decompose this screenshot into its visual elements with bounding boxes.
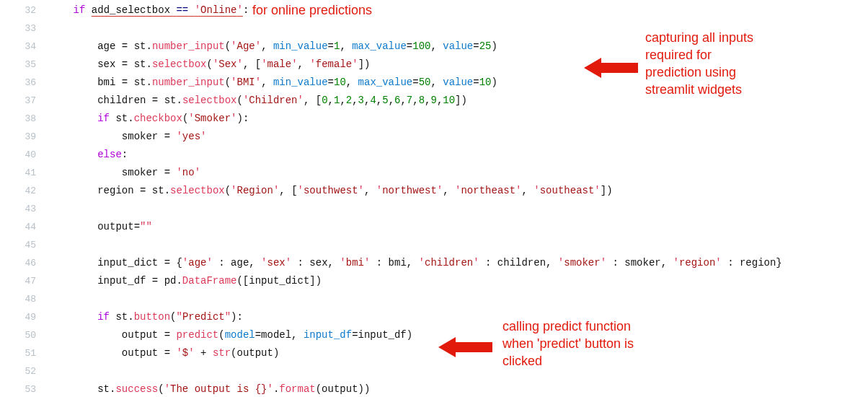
line-number: 40 bbox=[0, 146, 36, 164]
svg-marker-1 bbox=[438, 337, 492, 357]
line-number: 48 bbox=[0, 290, 36, 308]
line-number: 47 bbox=[0, 272, 36, 290]
annotation-predict: calling predict function when 'predict' … bbox=[502, 318, 634, 370]
line-number: 33 bbox=[0, 19, 36, 38]
line-number: 51 bbox=[0, 344, 36, 362]
code-line: input_df = pd.DataFrame([input_dict]) bbox=[49, 272, 868, 290]
svg-marker-0 bbox=[584, 58, 638, 78]
line-number: 46 bbox=[0, 254, 36, 272]
annotation-online: for online predictions bbox=[252, 1, 372, 19]
line-number: 35 bbox=[0, 56, 36, 74]
code-line: input_dict = {'age' : age, 'sex' : sex, … bbox=[49, 254, 868, 272]
line-number: 36 bbox=[0, 74, 36, 92]
code-line bbox=[49, 290, 868, 308]
line-number: 39 bbox=[0, 128, 36, 146]
code-line: smoker = 'yes' bbox=[49, 128, 868, 146]
code-line: smoker = 'no' bbox=[49, 164, 868, 182]
line-number: 38 bbox=[0, 110, 36, 128]
code-line: if st.checkbox('Smoker'): bbox=[49, 110, 868, 128]
line-number: 32 bbox=[0, 1, 36, 19]
code-line bbox=[49, 362, 868, 380]
code-line: if add_selectbox == 'Online': bbox=[49, 1, 868, 19]
line-number: 42 bbox=[0, 182, 36, 200]
arrow-left-icon bbox=[584, 56, 638, 79]
code-line: st.success('The output is {}'.format(out… bbox=[49, 380, 868, 397]
line-number: 52 bbox=[0, 362, 36, 380]
arrow-left-icon bbox=[438, 336, 492, 359]
line-number: 43 bbox=[0, 200, 36, 218]
code-line: region = st.selectbox('Region', ['southw… bbox=[49, 182, 868, 200]
line-number: 49 bbox=[0, 308, 36, 326]
code-line: output="" bbox=[49, 218, 868, 236]
line-number: 37 bbox=[0, 92, 36, 110]
line-number: 44 bbox=[0, 218, 36, 236]
line-number: 41 bbox=[0, 164, 36, 182]
code-line: else: bbox=[49, 146, 868, 164]
line-number: 50 bbox=[0, 326, 36, 344]
line-number: 53 bbox=[0, 380, 36, 397]
code-line bbox=[49, 200, 868, 218]
annotation-inputs: capturing all inputs required for predic… bbox=[645, 29, 753, 98]
line-number-gutter: 3233343536373839404142434445464748495051… bbox=[0, 0, 49, 397]
line-number: 34 bbox=[0, 38, 36, 56]
code-line bbox=[49, 236, 868, 254]
code-line: if st.button("Predict"): bbox=[49, 308, 868, 326]
line-number: 45 bbox=[0, 236, 36, 254]
